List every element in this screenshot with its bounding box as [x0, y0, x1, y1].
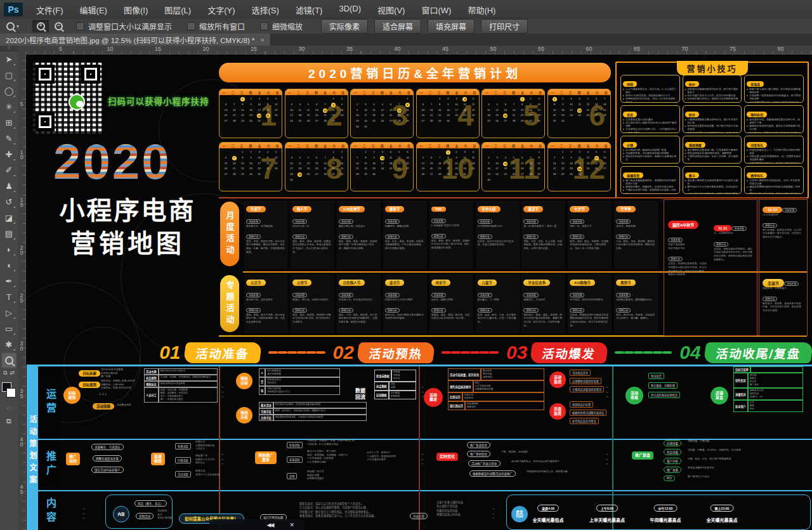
industry-text: 全品类，是年中大促重头的大型活动，优惠力度需提前规划。 — [478, 240, 518, 247]
tab-close-icon[interactable]: × — [261, 36, 265, 44]
screen-mode-icon[interactable]: ⧉ — [6, 417, 11, 425]
dodge-tool[interactable]: ◖ — [1, 257, 16, 273]
menu-窗口(W)[interactable]: 窗口(W) — [413, 1, 459, 18]
calendar-day: 29 — [444, 172, 452, 176]
tip-card-晒单有礼: 晒单有礼▸引导用户晒单评价返现或返券，沉淀一手买家秀内容与口碑▸精选优质晒单内容… — [744, 166, 804, 194]
option-checkbox-细微缩放[interactable]: 细微缩放 — [260, 21, 303, 32]
table-body: 执行新客裂变 复活老客唤醒 — [265, 368, 340, 377]
button-适合屏幕[interactable]: 适合屏幕 — [374, 19, 421, 34]
vertical-ruler[interactable]: 51 01 52 02 53 03 54 04 5 — [18, 54, 26, 530]
calendar-day: 11 — [485, 108, 492, 112]
path-select-tool[interactable]: ▷ — [1, 305, 16, 321]
phase-label: 活动准备 — [183, 342, 262, 363]
calendar-day: 22 — [559, 167, 566, 170]
bullet-text: 集齐指定卡片可兑换大额券或赠品，拉动连续打卡 — [688, 186, 740, 192]
calendar-day: 26 — [304, 119, 312, 122]
table-head: 活动全面放量，提升转化 — [448, 368, 481, 380]
horizontal-ruler[interactable]: 5101520253035404550556065707580 — [25, 46, 812, 55]
rewind-icon[interactable]: ◀◀ — [267, 522, 273, 528]
calendar-day: 12 — [510, 162, 518, 165]
tip-bullet: ▸会员营销重点针对消费3-5次、一年内复购2次以上的忠诚用户 — [623, 128, 678, 133]
table-head: 目标完成率 — [733, 366, 750, 373]
button-实际像素[interactable]: 实际像素 — [321, 19, 368, 34]
zoom-tool-options-icon[interactable]: ▾ — [0, 22, 23, 30]
option-checkbox-调整窗口大小以满屏显示[interactable]: 调整窗口大小以满屏显示 — [76, 21, 172, 32]
calendar-day: 12 — [494, 108, 501, 112]
clone-stamp-tool[interactable]: ♟ — [1, 178, 16, 194]
eraser-tool[interactable]: ◪ — [1, 210, 16, 226]
marquee-tool[interactable]: ▢ — [1, 67, 16, 83]
flow-node: 活动 收尾 — [625, 387, 643, 404]
calendar-day: 11 — [469, 156, 477, 159]
magic-wand-tool[interactable]: ✳ — [1, 99, 16, 115]
calendar-day: 21 — [436, 167, 443, 170]
theme-row: 活动主题谢师恩过教师节，最美最暖烛光人 — [616, 287, 656, 302]
button-填充屏幕[interactable]: 填充屏幕 — [428, 19, 475, 34]
swap-colors-icon[interactable]: ⇄ — [10, 370, 15, 377]
taskbar-preview-bar[interactable]: ◀◀ ✕ — [209, 519, 304, 530]
zoom-out-button[interactable]: − — [50, 20, 67, 32]
menu-3D(D)[interactable]: 3D(D) — [331, 1, 369, 18]
foreground-swap-icon[interactable]: ⧉ — [3, 370, 7, 377]
canvas[interactable]: 扫码可以获得小程序扶持 2020 小程序电商 营销地图 2020营销日历&全年营… — [0, 0, 812, 530]
color-swatches[interactable] — [1, 382, 16, 398]
pen-tool[interactable]: ✒ — [1, 273, 16, 289]
menu-选择(S)[interactable]: 选择(S) — [243, 1, 287, 18]
type-tool[interactable]: T — [1, 289, 16, 305]
document-tab[interactable]: 2020小程序电商营销地图.jpg @ 12.5% (扫码可以获得小程序扶持, … — [0, 34, 271, 46]
calendar-day: 3 — [256, 150, 263, 153]
zoom-in-button[interactable]: + — [32, 20, 49, 32]
theme-row: 活动主题夏一站“清凉度夏节”，清凉一夏 — [523, 214, 563, 229]
quick-mask-icon[interactable]: ◌ — [7, 404, 11, 411]
zoom-tool[interactable] — [1, 352, 16, 368]
menu-图层(L)[interactable]: 图层(L) — [156, 1, 199, 18]
healing-brush-tool[interactable]: ✚ — [1, 146, 16, 162]
menu-视图(V)[interactable]: 视图(V) — [369, 1, 413, 18]
calendar-day: 16 — [247, 108, 255, 112]
calendar-day: 26 — [494, 119, 501, 122]
tip-bullet: ▸精选优质晒单内容同步到社群与朋友圈做二次种草 — [747, 186, 801, 192]
calendar-day: 4 — [296, 156, 304, 159]
time-note: 午间曝光最高点 — [650, 517, 681, 523]
bullet-icon: ▸ — [747, 179, 748, 186]
lasso-tool[interactable]: ◯ — [1, 83, 16, 99]
hand-tool[interactable]: ✱ — [1, 337, 16, 352]
industry-text: 数码电子、服装、酒店、旅游等，抓住毕业用户做活动促销季，青春文案可以是：致毕业少… — [523, 314, 563, 328]
flow-node: ↓ ↓ ↓ — [99, 392, 107, 396]
table-body: 销售额 客单价 毛利率 推广成本 — [748, 373, 803, 388]
option-checkbox-缩放所有窗口[interactable]: 缩放所有窗口 — [187, 21, 245, 32]
calendar-day: 5 — [469, 97, 477, 100]
gradient-tool[interactable]: ▤ — [1, 226, 16, 242]
menu-帮助(H)[interactable]: 帮助(H) — [459, 1, 504, 18]
calendar-day: 6 — [222, 103, 230, 106]
menu-图像(I)[interactable]: 图像(I) — [115, 1, 156, 18]
chevron-down-icon: ▾ — [16, 23, 19, 29]
industry-label: 适用行业 — [668, 257, 683, 261]
eyedropper-tool[interactable]: ✎ — [1, 131, 16, 146]
blur-tool[interactable]: ◗ — [1, 242, 16, 257]
calendar-weekday-row: 一二三四五六日 — [285, 143, 348, 148]
menu-文字(Y)[interactable]: 文字(Y) — [199, 1, 243, 18]
shape-tool[interactable]: ▭ — [1, 321, 16, 337]
weekday-label: 五 — [455, 91, 459, 94]
background-color[interactable] — [6, 388, 16, 398]
brush-tool[interactable]: ✐ — [1, 162, 16, 178]
button-打印尺寸[interactable]: 打印尺寸 — [481, 19, 528, 34]
table-head: 店铺数据 — [374, 391, 389, 399]
calendar-day: 5 — [272, 150, 280, 153]
calendar-day: 20 — [222, 113, 230, 117]
menu-滤镜(T)[interactable]: 滤镜(T) — [287, 1, 331, 18]
move-tool[interactable]: ➤ — [1, 51, 16, 67]
calendar-day: 23 — [247, 167, 255, 170]
history-brush-tool[interactable]: ↺ — [1, 194, 16, 210]
calendar-day: 18 — [264, 162, 272, 165]
menu-文件(F)[interactable]: 文件(F) — [28, 1, 72, 18]
menu-编辑(E)[interactable]: 编辑(E) — [72, 1, 115, 18]
crop-tool[interactable]: ⊞ — [1, 115, 16, 131]
industry-label: 适用行业 — [763, 223, 777, 228]
theme-text: 集福卡、猜灯谜，元宵佳节送好礼 — [292, 299, 332, 302]
close-icon[interactable]: ✕ — [289, 522, 294, 528]
panel-grip[interactable]: ⠿ — [0, 46, 18, 51]
industry-row: 适用行业文具、数码、书包、服饰等，教育类行业可推开学季促销套装、晒单返现拉新。 — [616, 229, 656, 251]
calendar-day: 8 — [535, 156, 543, 159]
